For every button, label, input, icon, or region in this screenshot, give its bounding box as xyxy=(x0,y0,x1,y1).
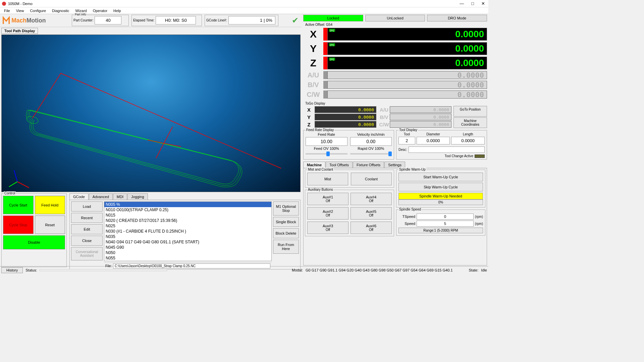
file-path-input[interactable] xyxy=(113,263,270,268)
diameter-label: Diameter xyxy=(417,132,450,136)
gcode-line[interactable]: N015 xyxy=(104,213,271,218)
dro-value-y[interactable]: (in)0.0000 xyxy=(327,42,487,55)
gcode-line[interactable]: N040 G94 G17 G49 G40 G80 G91.1 (SAFE STA… xyxy=(104,239,271,245)
window-title: 1050M - Demo xyxy=(8,2,33,6)
dro-value-au: 0.0000 xyxy=(327,71,487,79)
menu-file[interactable]: File xyxy=(1,8,13,13)
menu-diagnostic[interactable]: Diagnostic xyxy=(49,8,72,13)
close-gcode-button[interactable]: Close xyxy=(71,236,103,246)
svg-line-3 xyxy=(14,170,17,182)
menu-operator[interactable]: Operator xyxy=(90,8,110,13)
feed-rate-value[interactable]: 10.00 xyxy=(306,137,347,146)
control-label: Control xyxy=(4,191,16,195)
dro-value-x[interactable]: (in)0.0000 xyxy=(327,28,487,41)
tool-desc-input[interactable] xyxy=(409,146,485,153)
history-button[interactable]: History xyxy=(1,267,23,273)
speed-unit: (rpm) xyxy=(475,222,483,226)
gcode-listing[interactable]: N005 % N010 O0100(STRAP CLAMP 0.25) N015… xyxy=(104,201,272,261)
locked-button[interactable]: Locked xyxy=(303,15,363,21)
tab-gcode[interactable]: GCode xyxy=(69,193,89,200)
control-group: Control Cycle Start Feed Hold Cycle Stop… xyxy=(1,193,67,267)
unlocked-button[interactable]: UnLocked xyxy=(365,15,425,21)
conversational-button[interactable]: Conversational Assistant xyxy=(71,247,103,260)
dro-row-z: Z (in)0.0000 xyxy=(303,56,487,70)
maximize-button[interactable]: □ xyxy=(470,1,475,6)
tab-tool-offsets[interactable]: Tool Offsets xyxy=(326,162,353,168)
aux5-button[interactable]: Aux#5Off xyxy=(351,207,392,220)
run-from-here-button[interactable]: Run From Here xyxy=(273,240,299,254)
mist-button[interactable]: Mist xyxy=(307,173,348,185)
length-value: 0.0000 xyxy=(451,137,485,144)
toolpath-display[interactable] xyxy=(1,35,301,192)
tab-advanced[interactable]: Advanced xyxy=(89,193,113,200)
gcode-line[interactable]: N025 xyxy=(104,223,271,229)
aux3-button[interactable]: Aux#3Off xyxy=(307,222,348,234)
menu-view[interactable]: View xyxy=(13,8,27,13)
aux2-button[interactable]: Aux#2Off xyxy=(307,207,348,220)
rapid-override-slider[interactable] xyxy=(350,153,392,155)
aux-title: Auxiliary Buttons xyxy=(307,188,333,191)
minimize-button[interactable]: — xyxy=(458,1,465,6)
dro-mode-button[interactable]: DRO Mode xyxy=(427,15,487,21)
feed-override-slider[interactable] xyxy=(306,153,347,155)
load-button[interactable]: Load xyxy=(71,201,103,212)
spindle-speed-group: Spindle Speed TSpeed 0 (rpm) Speed 5 (rp… xyxy=(396,209,485,236)
gcode-line[interactable]: N005 % xyxy=(104,202,271,207)
status-label: Status: xyxy=(25,268,37,272)
tab-machine[interactable]: Machine xyxy=(303,162,325,168)
block-delete-button[interactable]: Block Delete xyxy=(273,228,299,238)
recent-button[interactable]: Recent xyxy=(71,213,103,223)
app-icon xyxy=(2,2,6,6)
menu-help[interactable]: Help xyxy=(111,8,124,13)
cycle-start-button[interactable]: Cycle Start xyxy=(3,196,34,214)
gcode-line[interactable]: N035 xyxy=(104,234,271,239)
dro-value-z[interactable]: (in)0.0000 xyxy=(327,57,487,69)
m1-optional-stop-button[interactable]: M1 Optional Stop xyxy=(273,201,299,216)
skip-warmup-button[interactable]: Skip Warm-Up Cycle xyxy=(398,183,483,191)
tab-jogging[interactable]: Jogging xyxy=(127,193,148,200)
gcode-panel: GCode Advanced MDI Jogging Load Recent E… xyxy=(69,193,301,267)
gcode-line[interactable]: N045 G90 xyxy=(104,245,271,250)
svg-point-1 xyxy=(26,115,39,125)
dro-axis-bv: B/V xyxy=(303,81,323,89)
gcode-line[interactable]: N010 O0100(STRAP CLAMP 0.25) xyxy=(104,207,271,213)
tab-mdi[interactable]: MDI xyxy=(113,193,127,200)
warmup-group: Spindle Warm-Up Start Warm-Up Cycle Skip… xyxy=(396,170,485,207)
tool-value[interactable]: 2 xyxy=(398,137,415,144)
gcode-line[interactable]: N055 xyxy=(104,255,271,261)
disable-button[interactable]: Disable xyxy=(3,235,65,249)
cycle-stop-button[interactable]: Cycle Stop xyxy=(3,216,34,234)
speed-value[interactable]: 5 xyxy=(417,221,474,227)
close-button[interactable]: ✕ xyxy=(480,1,486,6)
aux4-button[interactable]: Aux#4Off xyxy=(351,193,392,205)
dro-row-au: A/U 0.0000 xyxy=(303,70,487,80)
feed-title: Feed Rate Display xyxy=(306,128,334,132)
reset-button[interactable]: Reset xyxy=(35,216,65,234)
feed-rate-label: Feed Rate xyxy=(306,132,347,136)
tspeed-value[interactable]: 0 xyxy=(417,214,474,220)
tool-display-group: Tool Display Tool 2 Diameter 0.0000 Leng… xyxy=(396,130,487,160)
start-warmup-button[interactable]: Start Warm-Up Cycle xyxy=(398,173,483,181)
state-label: State: xyxy=(469,268,479,272)
goto-position-button[interactable]: GoTo Position xyxy=(453,106,487,117)
feed-hold-button[interactable]: Feed Hold xyxy=(35,196,65,214)
menu-configure[interactable]: Configure xyxy=(27,8,49,13)
menubar: File View Configure Diagnostic Wizard Op… xyxy=(0,7,488,14)
top-info-bar: MachMotion Part Info Part Counter: 40 El… xyxy=(0,14,302,27)
length-label: Length xyxy=(451,132,485,136)
coolant-button[interactable]: Coolant xyxy=(351,173,392,185)
diameter-value: 0.0000 xyxy=(417,137,450,144)
edit-button[interactable]: Edit xyxy=(71,224,103,234)
tab-fixture-offsets[interactable]: Fixture Offsets xyxy=(353,162,384,168)
gcode-line[interactable]: N020 ( CREATED 07/27/2017 15:39:56) xyxy=(104,218,271,223)
aux1-button[interactable]: Aux#1Off xyxy=(307,193,348,205)
aux6-button[interactable]: Aux#6Off xyxy=(351,222,392,234)
machine-coordinates-button[interactable]: Machine Coordinates xyxy=(453,117,487,128)
dro-row-x: X (in)0.0000 xyxy=(303,27,487,41)
rapid-ov-label: Rapid OV 100% xyxy=(350,146,392,150)
single-block-button[interactable]: Single Block xyxy=(273,217,299,227)
tab-settings[interactable]: Settings xyxy=(384,162,405,168)
gcode-line[interactable]: N050 xyxy=(104,250,271,255)
gcode-line[interactable]: N030 (#1 - CARBIDE 4 FLUTE D 0.25INCH ) xyxy=(104,229,271,234)
velocity-label: Velocity inch/min xyxy=(350,132,392,136)
